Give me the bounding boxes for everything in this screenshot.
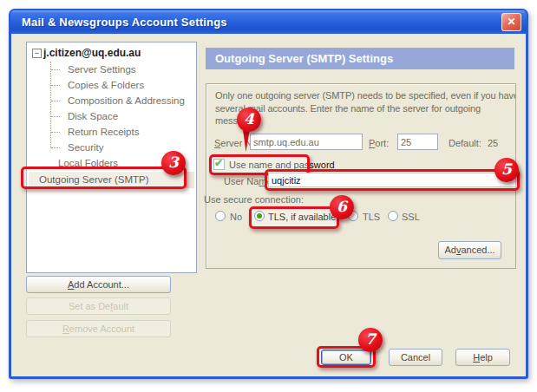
step-badge-7: 7 [358,328,383,352]
tree-item-disk-space[interactable]: Disk Space [27,108,196,124]
tree-children: Server Settings Copies & Folders Composi… [27,62,196,155]
close-icon: ✕ [507,16,515,28]
description-line: Only one outgoing server (SMTP) needs to… [215,89,516,102]
user-name-input[interactable] [268,173,516,187]
add-account-button[interactable]: Add Account... [26,276,171,293]
default-port-label: Default: [449,138,481,148]
port-input[interactable] [397,134,438,150]
window-title: Mail & Newsgroups Account Settings [22,16,227,29]
radio-no[interactable] [215,211,226,221]
set-as-default-button: Set as Default [26,297,171,315]
radio-ssl-label: SSL [402,212,420,222]
panel-header: Outgoing Server (SMTP) Settings [206,48,514,69]
radio-tls-if-available-label: TLS, if available [268,212,336,222]
remove-account-button: Remove Account [26,320,171,337]
tree-item-server-settings[interactable]: Server Settings [27,62,196,77]
help-button[interactable]: Help [455,349,510,366]
step-badge-5: 5 [494,158,519,182]
tree-item-return-receipts[interactable]: Return Receipts [27,124,196,140]
advanced-button[interactable]: Advanced... [438,241,501,259]
screen: Mail & Newsgroups Account Settings ✕ − j… [0,0,537,392]
radio-tls-if-available[interactable] [254,211,265,221]
ok-button[interactable]: OK [321,350,371,365]
collapse-icon[interactable]: − [32,49,42,58]
tree-item-composition[interactable]: Composition & Addressing [27,93,196,108]
step-badge-3: 3 [161,151,186,175]
radio-no-label: No [230,212,242,222]
tree-item-copies-folders[interactable]: Copies & Folders [27,77,196,93]
radio-tls-label: TLS [363,212,380,222]
account-settings-window: Mail & Newsgroups Account Settings ✕ − j… [9,9,528,379]
step-badge-4: 4 [237,108,261,132]
description-line: several mail accounts. Enter the name of… [215,102,516,115]
tree-item-account[interactable]: − j.citizen@uq.edu.au [27,45,141,62]
step-badge-6: 6 [330,195,354,219]
default-port-value: 25 [488,138,498,148]
cancel-button[interactable]: Cancel [389,349,442,366]
account-name: j.citizen@uq.edu.au [43,47,141,59]
close-button[interactable]: ✕ [501,13,521,31]
radio-selected-dot [257,213,262,219]
server-name-input[interactable] [250,134,363,150]
secure-connection-label: Use secure connection: [204,194,304,205]
titlebar[interactable]: Mail & Newsgroups Account Settings ✕ [10,10,527,34]
annotation-box-outgoing-smtp [21,167,187,189]
radio-ssl[interactable] [388,211,398,221]
port-label: Port: [369,138,389,148]
